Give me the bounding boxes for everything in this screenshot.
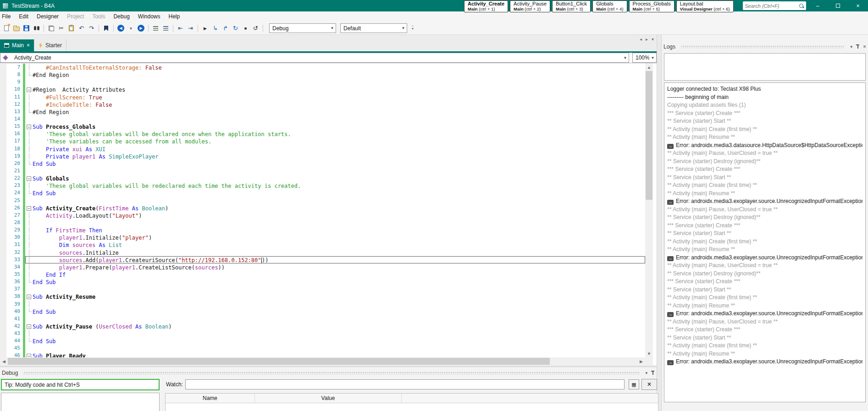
log-entry[interactable]: ** Service (starter) Destroy (ignored)** [667, 214, 862, 222]
breakpoint-gutter[interactable] [0, 101, 6, 108]
code-line-26[interactable]: 26−Sub Activity_Create(FirstTime As Bool… [0, 204, 645, 212]
sub-navigator-select[interactable]: Activity_Create ▼ [0, 53, 629, 63]
search-box[interactable] [743, 1, 806, 10]
breakpoint-gutter[interactable] [0, 285, 6, 293]
stop-icon[interactable]: ■ [241, 23, 250, 33]
log-entry[interactable]: ** Activity (main) Resume ** [667, 246, 862, 254]
build-mode-select[interactable]: Debug ▼ [269, 23, 336, 33]
log-entry[interactable]: ** Service (starter) Start ** [667, 117, 862, 126]
code-line-21[interactable]: 21 [0, 167, 645, 175]
log-entry[interactable]: ** Service (starter) Start ** [667, 230, 862, 238]
code-line-20[interactable]: 20End Sub [0, 160, 645, 167]
breakpoint-gutter[interactable] [0, 315, 6, 323]
horizontal-scroll-thumb[interactable] [8, 358, 550, 365]
watch-input[interactable] [185, 379, 625, 389]
indent-icon[interactable]: ⇥ [186, 23, 195, 33]
breakpoint-gutter[interactable] [0, 330, 6, 337]
breakpoint-gutter[interactable] [0, 93, 6, 101]
undo-icon[interactable]: ↶ [77, 23, 86, 33]
paste-icon[interactable] [66, 23, 76, 33]
breakpoint-gutter[interactable] [0, 160, 6, 167]
new-file-icon[interactable] [1, 23, 11, 33]
code-line-43[interactable]: 43 [0, 330, 645, 337]
panel-grip[interactable] [681, 45, 844, 48]
tab-scroll-left-icon[interactable]: ◂ [640, 37, 642, 42]
code-line-35[interactable]: 35 End If [0, 271, 645, 278]
code-line-37[interactable]: 37 [0, 285, 645, 293]
breakpoint-gutter[interactable] [0, 167, 6, 175]
breakpoint-gutter[interactable] [0, 226, 6, 234]
code-line-10[interactable]: 10−#Region Activity Attributes [0, 86, 645, 93]
breakpoint-gutter[interactable] [0, 153, 6, 160]
breakpoint-gutter[interactable] [0, 256, 6, 263]
code-line-22[interactable]: 22−Sub Globals [0, 175, 645, 182]
panel-grip[interactable] [23, 372, 639, 374]
build-config-select[interactable]: Default ▼ [340, 23, 407, 33]
menu-edit[interactable]: Edit [15, 11, 33, 22]
fold-marker-icon[interactable]: − [26, 323, 33, 329]
code-line-45[interactable]: 45 [0, 345, 645, 352]
breakpoint-gutter[interactable] [0, 249, 6, 256]
tab-main[interactable]: Main × [0, 39, 34, 51]
breakpoint-gutter[interactable] [0, 263, 6, 271]
redo-icon[interactable]: ↷ [87, 23, 96, 33]
breakpoint-gutter[interactable] [0, 86, 6, 93]
log-entry[interactable]: ** Activity (main) Pause, UserClosed = t… [667, 149, 862, 158]
log-entry[interactable]: →Error: androidx.media3.exoplayer.source… [667, 310, 862, 318]
navigate-forward-icon[interactable]: ▶ [136, 23, 146, 33]
breakpoint-gutter[interactable] [0, 271, 6, 278]
breakpoint-gutter[interactable] [0, 189, 6, 197]
log-entry[interactable]: *** Service (starter) Create *** [667, 110, 862, 118]
breakpoint-gutter[interactable] [0, 219, 6, 226]
close-tab-icon[interactable]: × [27, 42, 30, 49]
toolbar-overflow-icon[interactable]: ▾ [412, 26, 414, 31]
code-line-38[interactable]: 38−Sub Activity_Resume [0, 293, 645, 300]
close-panel-icon[interactable]: × [863, 44, 866, 50]
close-button[interactable]: × [848, 0, 868, 11]
code-line-13[interactable]: 13#End Region [0, 108, 645, 115]
find-icon[interactable] [32, 23, 41, 33]
code-line-41[interactable]: 41 [0, 315, 645, 323]
vertical-scrollbar[interactable]: ▲ ▼ [645, 63, 653, 357]
uncomment-icon[interactable] [161, 23, 171, 33]
log-entry[interactable]: ** Activity (main) Resume ** [667, 350, 862, 358]
breakpoint-gutter[interactable] [0, 278, 6, 285]
code-line-36[interactable]: 36End Sub [0, 278, 645, 285]
code-line-27[interactable]: 27 Activity.LoadLayout("Layout") [0, 212, 645, 219]
vertical-scroll-thumb[interactable] [646, 71, 652, 200]
breakpoint-gutter[interactable] [0, 234, 6, 241]
scroll-down-icon[interactable]: ▼ [645, 350, 653, 357]
breakpoint-gutter[interactable] [0, 241, 6, 248]
log-entry[interactable]: ** Activity (main) Create (first time) *… [667, 294, 862, 302]
log-entry[interactable]: Copying updated assets files (1) [667, 101, 862, 110]
code-line-8[interactable]: 8#End Region [0, 71, 645, 78]
log-entry[interactable]: *** Service (starter) Create *** [667, 165, 862, 174]
breakpoint-gutter[interactable] [0, 197, 6, 204]
quick-access-activity_create[interactable]: Activity_CreateMain (ctrl + 1) [464, 0, 508, 12]
breakpoint-gutter[interactable] [0, 182, 6, 189]
code-line-17[interactable]: 17 'These variables can be accessed from… [0, 137, 645, 145]
tab-scroll-right-icon[interactable]: ▸ [646, 37, 648, 42]
breakpoint-gutter[interactable] [0, 175, 6, 182]
fold-marker-icon[interactable]: − [26, 293, 33, 300]
menu-windows[interactable]: Windows [134, 11, 165, 22]
code-editor[interactable]: 7 #CanInstallToExternalStorage: False8#E… [0, 63, 657, 365]
navigate-dropdown-icon[interactable]: ▾ [126, 23, 136, 33]
log-entry[interactable]: →Error: androidx.media3.exoplayer.source… [667, 197, 862, 206]
breakpoint-gutter[interactable] [0, 130, 6, 137]
code-line-28[interactable]: 28 [0, 219, 645, 226]
log-entry[interactable]: ** Activity (main) Pause, UserClosed = t… [667, 262, 862, 270]
clear-watch-button[interactable]: × [641, 379, 657, 390]
step-into-icon[interactable]: ↳ [210, 23, 220, 33]
log-entry[interactable]: ** Service (starter) Destroy (ignored)** [667, 270, 862, 278]
code-line-29[interactable]: 29 If FirstTime Then [0, 226, 645, 234]
breakpoint-gutter[interactable] [0, 115, 6, 123]
code-line-25[interactable]: 25 [0, 197, 645, 204]
debug-info-area[interactable] [1, 393, 160, 411]
log-entry[interactable]: ** Activity (main) Create (first time) *… [667, 342, 862, 350]
comment-icon[interactable] [151, 23, 160, 33]
breakpoint-gutter[interactable] [0, 123, 6, 130]
breakpoint-gutter[interactable] [0, 308, 6, 315]
code-line-40[interactable]: 40End Sub [0, 308, 645, 315]
breakpoint-gutter[interactable] [0, 212, 6, 219]
